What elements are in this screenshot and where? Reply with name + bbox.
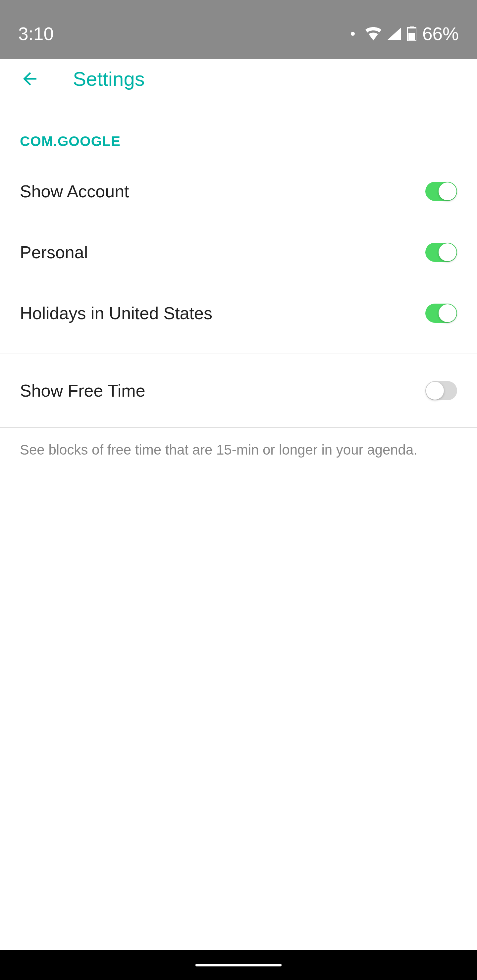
- toggle-personal[interactable]: [425, 243, 457, 262]
- status-dot-icon: [351, 32, 355, 36]
- back-arrow-icon: [20, 69, 40, 89]
- signal-icon: [387, 27, 401, 40]
- toggle-holidays[interactable]: [425, 304, 457, 323]
- setting-label: Show Free Time: [20, 381, 145, 401]
- setting-label: Holidays in United States: [20, 303, 212, 323]
- setting-label: Personal: [20, 242, 88, 262]
- battery-icon: [407, 27, 416, 41]
- setting-show-free-time[interactable]: Show Free Time: [0, 354, 477, 427]
- status-time: 3:10: [18, 23, 54, 45]
- navigation-bar: [0, 950, 477, 980]
- setting-show-account[interactable]: Show Account: [0, 161, 477, 222]
- toggle-knob: [439, 183, 456, 200]
- status-right: 66%: [351, 23, 459, 45]
- setting-personal[interactable]: Personal: [0, 222, 477, 283]
- toggle-knob: [426, 382, 444, 399]
- toggle-knob: [439, 243, 456, 261]
- section-header: COM.GOOGLE: [0, 99, 477, 149]
- page-title: Settings: [73, 68, 145, 91]
- settings-group-freetime: Show Free Time: [0, 353, 477, 428]
- toggle-show-free-time[interactable]: [425, 381, 457, 400]
- setting-label: Show Account: [20, 181, 129, 201]
- battery-percentage: 66%: [422, 23, 459, 45]
- wifi-icon: [365, 27, 381, 40]
- setting-holidays[interactable]: Holidays in United States: [0, 283, 477, 344]
- app-header: Settings: [0, 59, 477, 99]
- helper-text: See blocks of free time that are 15-min …: [0, 428, 477, 473]
- nav-handle[interactable]: [195, 964, 282, 966]
- settings-group-account: Show Account Personal Holidays in United…: [0, 149, 477, 344]
- toggle-knob: [439, 304, 456, 322]
- svg-rect-2: [408, 33, 415, 40]
- back-button[interactable]: [20, 69, 40, 89]
- toggle-show-account[interactable]: [425, 182, 457, 201]
- status-bar: 3:10 66%: [0, 0, 477, 59]
